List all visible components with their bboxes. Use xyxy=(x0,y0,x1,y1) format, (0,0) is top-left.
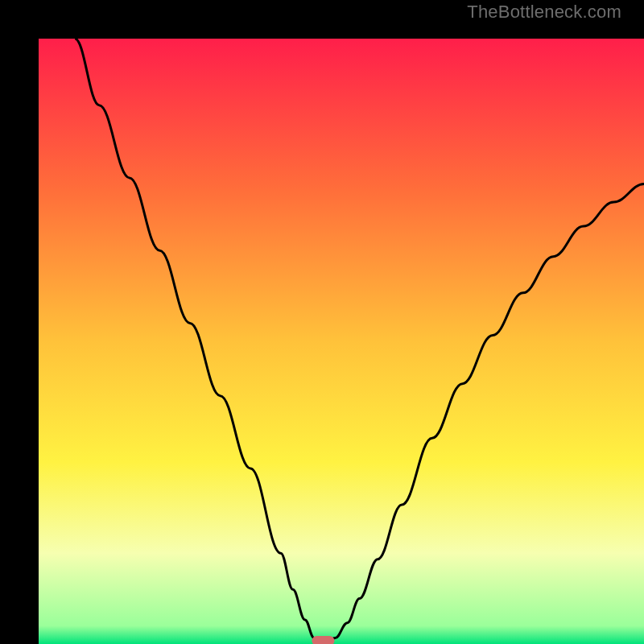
minimum-marker xyxy=(312,636,334,644)
chart-frame xyxy=(0,0,644,644)
chart-canvas xyxy=(39,39,644,644)
chart-plot-area xyxy=(39,39,644,644)
chart-background xyxy=(39,39,644,644)
watermark-text: TheBottleneck.com xyxy=(467,2,621,23)
